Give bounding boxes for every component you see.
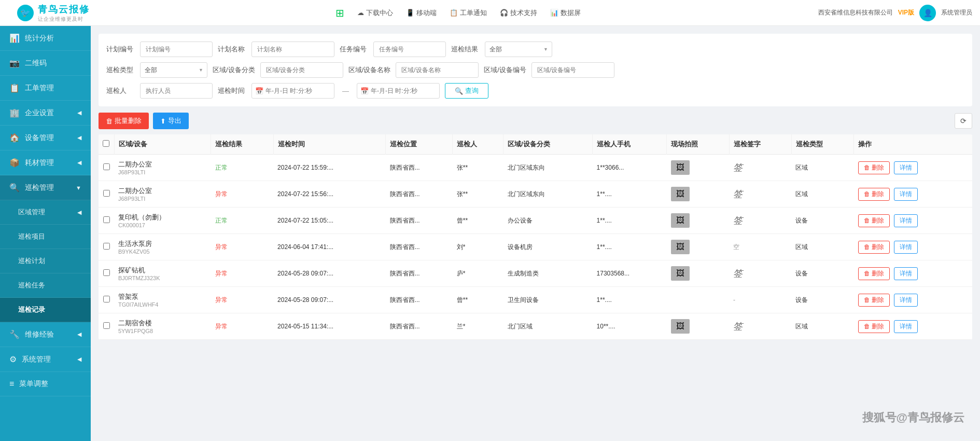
- logo-title: 青鸟云报修: [38, 3, 90, 16]
- detail-btn-2[interactable]: 详情: [894, 214, 918, 227]
- time-start-input[interactable]: [251, 83, 334, 99]
- sidebar-item-qrcode[interactable]: 📷 二维码: [0, 51, 91, 76]
- plan-no-input[interactable]: [140, 42, 213, 57]
- filter-row-2: 巡检类型 全部 区域 设备 区域/设备分类 区域/设备名称 区域/设备编号: [106, 62, 964, 78]
- area-category-input[interactable]: [260, 62, 343, 78]
- sidebar-item-patrol-plan[interactable]: 巡检计划: [0, 249, 91, 273]
- sidebar-item-patrol-task[interactable]: 巡检任务: [0, 273, 91, 298]
- inspector-input[interactable]: [140, 83, 213, 99]
- sidebar-item-patrol-project[interactable]: 巡检项目: [0, 225, 91, 249]
- nav-download[interactable]: ☁ 下载中心: [357, 8, 393, 18]
- detail-btn-6[interactable]: 详情: [894, 320, 918, 333]
- sidebar-item-menu[interactable]: ≡ 菜单调整: [0, 372, 91, 396]
- detail-btn-4[interactable]: 详情: [894, 267, 918, 280]
- td-photo-5: [667, 287, 729, 313]
- export-label: 导出: [168, 116, 181, 126]
- sidebar-item-device[interactable]: 🏠 设备管理 ◀: [0, 126, 91, 150]
- sidebar-item-patrol-record[interactable]: 巡检记录: [0, 298, 91, 322]
- td-action-6: 🗑 删除 详情: [854, 313, 972, 340]
- batch-delete-label: 批量删除: [115, 116, 142, 126]
- nav-grid[interactable]: ⊞: [335, 7, 344, 19]
- detail-btn-0[interactable]: 详情: [894, 161, 918, 174]
- refresh-button[interactable]: ⟳: [955, 113, 972, 129]
- row-checkbox-6[interactable]: [103, 322, 110, 329]
- delete-btn-2[interactable]: 🗑 删除: [858, 214, 890, 227]
- batch-delete-button[interactable]: 🗑 批量删除: [99, 113, 149, 129]
- sidebar-item-repair-exp[interactable]: 🔧 维修经验 ◀: [0, 322, 91, 347]
- area-name-input[interactable]: [396, 62, 479, 78]
- td-category-5: 卫生间设备: [503, 287, 593, 313]
- area-code-input[interactable]: [531, 62, 614, 78]
- delete-btn-0[interactable]: 🗑 删除: [858, 161, 890, 174]
- nav-workorder-label: 工单通知: [460, 8, 487, 18]
- plan-name-input[interactable]: [251, 42, 334, 57]
- patrol-result-select[interactable]: 全部 正常 异常: [485, 42, 552, 57]
- detail-btn-1[interactable]: 详情: [894, 188, 918, 201]
- td-result-1: 异常: [211, 181, 273, 208]
- td-signature-0: 签: [729, 155, 791, 181]
- detail-btn-3[interactable]: 详情: [894, 241, 918, 254]
- sidebar-item-consumable[interactable]: 📦 耗材管理 ◀: [0, 150, 91, 175]
- grid-icon: ⊞: [335, 7, 344, 19]
- td-checkbox: [99, 313, 114, 340]
- device-code-3: B9YK4ZV05: [118, 249, 207, 255]
- row-checkbox-0[interactable]: [103, 163, 110, 170]
- patrol-result-select-wrap[interactable]: 全部 正常 异常: [485, 42, 552, 57]
- row-checkbox-2[interactable]: [103, 216, 110, 223]
- location-2: 陕西省西...: [390, 217, 420, 224]
- patrol-type-0: 区域: [795, 164, 808, 171]
- row-checkbox-4[interactable]: [103, 269, 110, 276]
- task-no-input[interactable]: [373, 42, 446, 57]
- nav-support[interactable]: 🎧 技术支持: [500, 8, 537, 18]
- delete-btn-5[interactable]: 🗑 删除: [858, 294, 890, 307]
- date-dash: —: [340, 87, 352, 95]
- delete-btn-3[interactable]: 🗑 删除: [858, 241, 890, 254]
- nav-workorder[interactable]: 📋 工单通知: [450, 8, 487, 18]
- td-signature-4: 签: [729, 260, 791, 287]
- delete-btn-4[interactable]: 🗑 删除: [858, 267, 890, 280]
- main-content: 计划编号 计划名称 任务编号 巡检结果 全部 正常 异常 巡检类型: [91, 26, 980, 441]
- td-action-2: 🗑 删除 详情: [854, 208, 972, 234]
- photo-thumbnail[interactable]: 🖼: [671, 213, 690, 228]
- delete-btn-6[interactable]: 🗑 删除: [858, 320, 890, 333]
- category-4: 生成制造类: [508, 270, 539, 277]
- search-button[interactable]: 🔍 查询: [445, 83, 488, 99]
- photo-thumbnail[interactable]: 🖼: [671, 187, 690, 201]
- select-all-checkbox[interactable]: [103, 140, 109, 147]
- detail-btn-5[interactable]: 详情: [894, 294, 918, 307]
- td-patrol-type-6: 区域: [791, 313, 853, 340]
- user-avatar[interactable]: 👤: [919, 5, 936, 21]
- sidebar-item-company[interactable]: 🏢 企业设置 ◀: [0, 101, 91, 126]
- sidebar-item-stats[interactable]: 📊 统计分析: [0, 26, 91, 51]
- nav-mobile[interactable]: 📱 移动端: [406, 8, 437, 18]
- photo-thumbnail[interactable]: 🖼: [671, 319, 690, 334]
- sys-icon: ⚙: [9, 354, 17, 364]
- sidebar-item-patrol[interactable]: 🔍 巡检管理 ▼: [0, 175, 91, 200]
- photo-thumbnail[interactable]: 🖼: [671, 160, 690, 175]
- patrol-type-select[interactable]: 全部 区域 设备: [140, 62, 207, 78]
- consumable-arrow-icon: ◀: [77, 159, 81, 166]
- time-end-input[interactable]: [357, 83, 440, 99]
- row-checkbox-1[interactable]: [103, 190, 110, 197]
- sidebar-item-area[interactable]: 区域管理 ◀: [0, 200, 91, 225]
- trash-small-icon-4: 🗑: [864, 270, 870, 277]
- photo-thumbnail[interactable]: 🖼: [671, 266, 690, 281]
- row-checkbox-3[interactable]: [103, 243, 110, 250]
- td-inspector-0: 张**: [453, 155, 503, 181]
- patrol-type-select-wrap[interactable]: 全部 区域 设备: [140, 62, 207, 78]
- delete-btn-1[interactable]: 🗑 删除: [858, 188, 890, 201]
- td-result-5: 异常: [211, 287, 273, 313]
- td-result-4: 异常: [211, 260, 273, 287]
- export-icon: ⬆: [160, 117, 166, 125]
- photo-thumbnail[interactable]: 🖼: [671, 240, 690, 254]
- td-signature-1: 签: [729, 181, 791, 208]
- row-checkbox-5[interactable]: [103, 296, 110, 302]
- sidebar-item-sys[interactable]: ⚙ 系统管理 ◀: [0, 347, 91, 372]
- td-device-6: 二期宿舍楼 5YW1FPQG8: [114, 313, 211, 340]
- inspector-name-5: 曾**: [457, 296, 468, 304]
- sidebar-item-workorder[interactable]: 📋 工单管理: [0, 76, 91, 101]
- export-button[interactable]: ⬆ 导出: [153, 113, 189, 129]
- td-signature-3: 空: [729, 234, 791, 260]
- nav-data[interactable]: 📊 数据屏: [550, 8, 581, 18]
- nav-data-label: 数据屏: [561, 8, 581, 18]
